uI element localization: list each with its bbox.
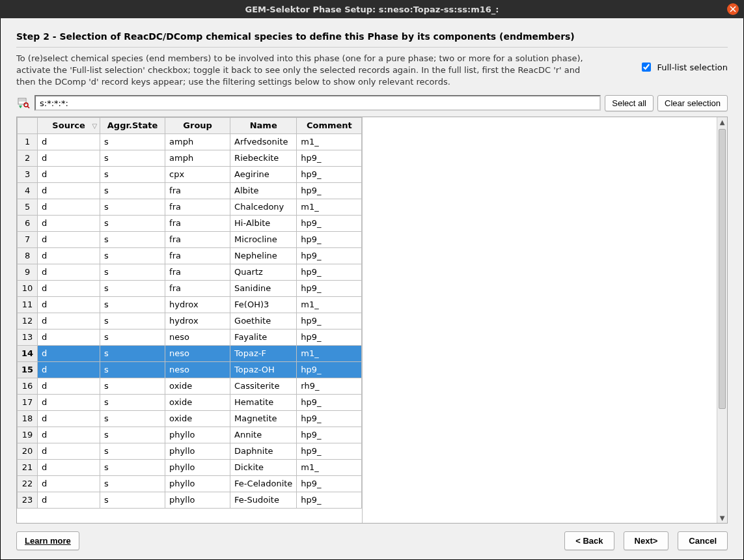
cell-group[interactable]: phyllo (165, 459, 230, 475)
cell-name[interactable]: Microcline (230, 231, 297, 247)
cell-group[interactable]: fra (165, 247, 230, 264)
cell-group[interactable]: hydrox (165, 313, 230, 329)
cell-name[interactable]: Daphnite (230, 443, 297, 459)
cell-aggr[interactable]: s (100, 199, 165, 215)
cell-aggr[interactable]: s (100, 313, 165, 329)
back-button[interactable]: < Back (564, 531, 614, 550)
cell-comment[interactable]: hp9_ (297, 329, 362, 345)
cell-source[interactable]: d (38, 166, 100, 182)
cell-name[interactable]: Hi-Albite (230, 215, 297, 231)
cell-comment[interactable]: hp9_ (297, 443, 362, 459)
cell-name[interactable]: Nepheline (230, 247, 297, 264)
cell-name[interactable]: Chalcedony (230, 199, 297, 215)
cell-source[interactable]: d (38, 361, 100, 378)
cell-group[interactable]: fra (165, 231, 230, 247)
cell-comment[interactable]: hp9_ (297, 280, 362, 296)
full-list-checkbox-wrap[interactable]: Full-list selection (639, 61, 728, 74)
vertical-scrollbar[interactable]: ▲ ▼ (717, 117, 727, 523)
filter-icon[interactable] (16, 96, 31, 110)
table-row[interactable]: 16dsoxideCassiteriterh9_ (18, 378, 362, 394)
table-row[interactable]: 23dsphylloFe-Sudoitehp9_ (18, 492, 362, 508)
col-comment[interactable]: Comment (297, 117, 362, 133)
cell-aggr[interactable]: s (100, 410, 165, 427)
cell-aggr[interactable]: s (100, 443, 165, 459)
table-row[interactable]: 17dsoxideHematitehp9_ (18, 394, 362, 410)
col-aggr[interactable]: Aggr.State (100, 117, 165, 133)
cell-name[interactable]: Cassiterite (230, 378, 297, 394)
cell-aggr[interactable]: s (100, 329, 165, 345)
cell-name[interactable]: Annite (230, 427, 297, 443)
cell-name[interactable]: Riebeckite (230, 150, 297, 166)
cell-source[interactable]: d (38, 313, 100, 329)
cell-name[interactable]: Albite (230, 182, 297, 199)
cell-name[interactable]: Fayalite (230, 329, 297, 345)
cell-group[interactable]: phyllo (165, 475, 230, 492)
cell-group[interactable]: neso (165, 345, 230, 361)
cell-group[interactable]: phyllo (165, 492, 230, 508)
col-name[interactable]: Name (230, 117, 297, 133)
cell-source[interactable]: d (38, 264, 100, 280)
cell-source[interactable]: d (38, 492, 100, 508)
cell-group[interactable]: oxide (165, 378, 230, 394)
cell-source[interactable]: d (38, 459, 100, 475)
cell-group[interactable]: neso (165, 329, 230, 345)
cell-name[interactable]: Fe-Celadonite (230, 475, 297, 492)
cell-aggr[interactable]: s (100, 182, 165, 199)
cell-name[interactable]: Quartz (230, 264, 297, 280)
cell-comment[interactable]: rh9_ (297, 378, 362, 394)
cell-source[interactable]: d (38, 231, 100, 247)
table-row[interactable]: 20dsphylloDaphnitehp9_ (18, 443, 362, 459)
table-row[interactable]: 10dsfraSanidinehp9_ (18, 280, 362, 296)
cell-aggr[interactable]: s (100, 150, 165, 166)
cell-group[interactable]: amph (165, 133, 230, 150)
cell-group[interactable]: phyllo (165, 443, 230, 459)
cell-source[interactable]: d (38, 427, 100, 443)
cell-comment[interactable]: m1_ (297, 345, 362, 361)
cell-comment[interactable]: hp9_ (297, 231, 362, 247)
cell-comment[interactable]: hp9_ (297, 361, 362, 378)
table-row[interactable]: 13dsnesoFayalitehp9_ (18, 329, 362, 345)
cell-comment[interactable]: hp9_ (297, 313, 362, 329)
cell-comment[interactable]: hp9_ (297, 264, 362, 280)
cell-name[interactable]: Sanidine (230, 280, 297, 296)
cell-group[interactable]: neso (165, 361, 230, 378)
cell-group[interactable]: phyllo (165, 427, 230, 443)
cell-comment[interactable]: m1_ (297, 296, 362, 313)
table-row[interactable]: 21dsphylloDickitem1_ (18, 459, 362, 475)
species-table[interactable]: Source▽ Aggr.State Group Name Comment 1d… (17, 117, 362, 509)
cell-comment[interactable]: m1_ (297, 459, 362, 475)
cell-name[interactable]: Goethite (230, 313, 297, 329)
cell-source[interactable]: d (38, 443, 100, 459)
cell-source[interactable]: d (38, 150, 100, 166)
cell-name[interactable]: Fe(OH)3 (230, 296, 297, 313)
cell-source[interactable]: d (38, 394, 100, 410)
cell-comment[interactable]: hp9_ (297, 492, 362, 508)
table-row[interactable]: 7dsfraMicroclinehp9_ (18, 231, 362, 247)
col-source[interactable]: Source▽ (38, 117, 100, 133)
table-row[interactable]: 1dsamphArfvedsonitem1_ (18, 133, 362, 150)
cell-source[interactable]: d (38, 378, 100, 394)
table-row[interactable]: 14dsnesoTopaz-Fm1_ (18, 345, 362, 361)
cell-name[interactable]: Magnetite (230, 410, 297, 427)
close-icon[interactable] (727, 3, 739, 15)
filter-input[interactable] (34, 95, 601, 111)
cell-name[interactable]: Aegirine (230, 166, 297, 182)
cell-group[interactable]: fra (165, 264, 230, 280)
cell-name[interactable]: Dickite (230, 459, 297, 475)
cell-aggr[interactable]: s (100, 394, 165, 410)
cell-source[interactable]: d (38, 329, 100, 345)
cell-aggr[interactable]: s (100, 231, 165, 247)
cell-aggr[interactable]: s (100, 492, 165, 508)
cell-source[interactable]: d (38, 133, 100, 150)
full-list-checkbox[interactable] (642, 63, 651, 72)
cell-name[interactable]: Arfvedsonite (230, 133, 297, 150)
cell-group[interactable]: hydrox (165, 296, 230, 313)
cell-group[interactable]: oxide (165, 394, 230, 410)
cell-aggr[interactable]: s (100, 459, 165, 475)
cell-source[interactable]: d (38, 296, 100, 313)
cell-aggr[interactable]: s (100, 133, 165, 150)
cell-source[interactable]: d (38, 410, 100, 427)
cell-aggr[interactable]: s (100, 247, 165, 264)
table-row[interactable]: 6dsfraHi-Albitehp9_ (18, 215, 362, 231)
cell-aggr[interactable]: s (100, 427, 165, 443)
